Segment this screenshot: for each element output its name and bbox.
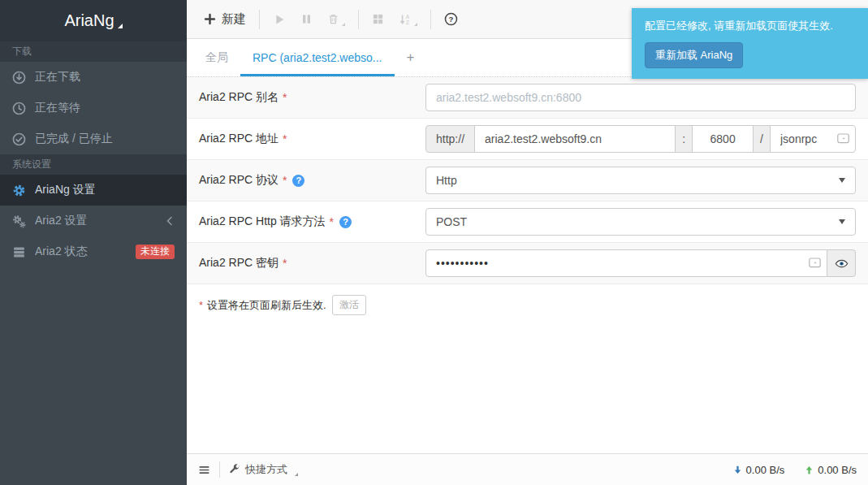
caret-down-icon — [839, 178, 845, 183]
svg-text:?: ? — [449, 15, 454, 24]
sort-button[interactable]: AZ — [391, 13, 425, 26]
reload-notification-toast: 配置已经修改, 请重新加载页面使其生效. 重新加载 AriaNg — [632, 8, 868, 79]
secret-input-wrapper: * — [425, 249, 827, 277]
protocol-select[interactable]: Http — [425, 167, 856, 194]
tab-rpc-label: RPC (aria2.test2.webso... — [253, 51, 382, 64]
rpc-port-input[interactable] — [692, 125, 754, 153]
download-speed-value: 0.00 B/s — [746, 464, 785, 476]
ariang-app: AriaNg 下载 正在下载 正在等待 已完成 / 已停止 系统设置 AriaN… — [0, 0, 868, 485]
tab-rpc[interactable]: RPC (aria2.test2.webso... — [240, 39, 395, 76]
grid-icon — [372, 13, 384, 25]
rpc-path-wrapper: * — [771, 125, 856, 153]
toolbar-divider — [430, 10, 431, 29]
method-label-text: Aria2 RPC Http 请求方法 — [199, 214, 326, 229]
question-circle-icon: ? — [444, 12, 458, 26]
collapse-sidebar-button[interactable] — [198, 464, 210, 476]
add-rpc-tab-button[interactable]: + — [395, 39, 427, 76]
menu-icon — [198, 464, 210, 476]
sidebar-item-ariang-settings[interactable]: AriaNg 设置 — [0, 175, 187, 206]
check-circle-icon — [12, 132, 26, 146]
required-mark: * — [283, 132, 287, 145]
address-label: Aria2 RPC 地址 * — [199, 132, 287, 146]
activate-button[interactable]: 激活 — [332, 295, 366, 315]
tab-global[interactable]: 全局 — [193, 39, 240, 76]
tab-global-label: 全局 — [205, 50, 228, 65]
note-text: 设置将在页面刷新后生效. — [207, 298, 326, 313]
status-badge: 未连接 — [136, 245, 175, 259]
server-icon — [12, 245, 26, 259]
wrench-icon — [229, 464, 240, 475]
required-mark: * — [283, 91, 287, 104]
required-mark: * — [283, 257, 287, 270]
sidebar-item-aria2-settings[interactable]: Aria2 设置 — [0, 206, 187, 236]
sidebar-section-system: 系统设置 — [0, 154, 187, 175]
slash-addon: / — [753, 125, 771, 153]
protocol-control: Http — [425, 167, 856, 194]
download-speed: 0.00 B/s — [732, 464, 785, 476]
speed-indicators: 0.00 B/s 0.00 B/s — [732, 464, 857, 476]
upload-speed: 0.00 B/s — [804, 464, 857, 476]
toast-message: 配置已经修改, 请重新加载页面使其生效. — [645, 19, 855, 33]
sidebar-item-downloading[interactable]: 正在下载 — [0, 62, 187, 93]
upload-speed-value: 0.00 B/s — [818, 464, 857, 476]
rpc-secret-input[interactable] — [425, 249, 827, 277]
protocol-label: Aria2 RPC 协议 * ? — [199, 173, 304, 188]
pause-icon — [300, 13, 313, 25]
gear-icon — [12, 184, 26, 197]
new-task-button[interactable]: 新建 — [196, 11, 253, 27]
alias-input[interactable] — [425, 84, 856, 111]
plus-icon — [204, 13, 216, 25]
sidebar-item-label: 正在等待 — [35, 101, 80, 115]
required-mark: * — [199, 299, 203, 311]
new-task-label: 新建 — [222, 11, 246, 27]
start-task-button[interactable] — [266, 13, 293, 26]
sidebar-item-label: Aria2 设置 — [35, 214, 88, 228]
colon-addon: : — [675, 125, 693, 153]
statusbar-divider — [219, 461, 220, 478]
show-secret-button[interactable] — [827, 249, 856, 277]
secret-label-text: Aria2 RPC 密钥 — [199, 256, 279, 271]
form-row-secret: Aria2 RPC 密钥 * * — [187, 243, 868, 284]
sidebar-item-label: 已完成 / 已停止 — [35, 132, 113, 146]
clock-icon — [12, 102, 26, 115]
secret-control: * — [425, 249, 856, 277]
sidebar-item-finished[interactable]: 已完成 / 已停止 — [0, 123, 187, 154]
view-mode-button[interactable] — [365, 13, 391, 25]
alias-label: Aria2 RPC 别名 * — [199, 90, 287, 105]
rpc-path-input[interactable] — [770, 125, 856, 153]
add-tab-label: + — [407, 50, 415, 66]
sidebar-item-aria2-status[interactable]: Aria2 状态 未连接 — [0, 236, 187, 267]
sidebar-item-waiting[interactable]: 正在等待 — [0, 93, 187, 123]
pause-task-button[interactable] — [293, 13, 320, 25]
delete-task-button[interactable] — [320, 13, 352, 26]
protocol-prefix-addon: http:// — [425, 125, 475, 153]
required-mark: * — [283, 174, 287, 187]
rpc-host-input[interactable] — [474, 125, 676, 153]
caret-down-icon — [839, 219, 845, 224]
app-title-bar[interactable]: AriaNg — [0, 0, 187, 41]
form-row-alias: Aria2 RPC 别名 * — [187, 77, 868, 119]
help-icon[interactable]: ? — [339, 216, 352, 228]
form-row-method: Aria2 RPC Http 请求方法 * ? POST — [187, 201, 868, 243]
chevron-left-icon — [165, 216, 175, 226]
sidebar-item-label: Aria2 状态 — [35, 245, 88, 259]
play-icon — [273, 13, 286, 26]
shortcuts-button[interactable]: 快捷方式 — [229, 462, 298, 477]
svg-text:A: A — [406, 14, 410, 19]
help-button[interactable]: ? — [437, 12, 465, 26]
caret-down-icon — [342, 23, 345, 26]
upload-arrow-icon — [804, 465, 814, 475]
help-icon[interactable]: ? — [292, 175, 304, 187]
caret-down-icon — [295, 473, 298, 476]
alias-label-text: Aria2 RPC 别名 — [199, 90, 279, 105]
method-select[interactable]: POST — [425, 208, 856, 236]
method-control: POST — [425, 208, 856, 236]
sort-alpha-icon: AZ — [399, 13, 412, 26]
protocol-selected-value: Http — [436, 174, 457, 187]
gears-icon — [12, 214, 26, 228]
shortcuts-label: 快捷方式 — [245, 462, 287, 477]
reload-ariang-button[interactable]: 重新加载 AriaNg — [645, 42, 743, 68]
rpc-settings-form: Aria2 RPC 别名 * Aria2 RPC 地址 * http:// : — [187, 77, 868, 326]
protocol-label-text: Aria2 RPC 协议 — [199, 173, 279, 188]
form-row-protocol: Aria2 RPC 协议 * ? Http — [187, 160, 868, 201]
